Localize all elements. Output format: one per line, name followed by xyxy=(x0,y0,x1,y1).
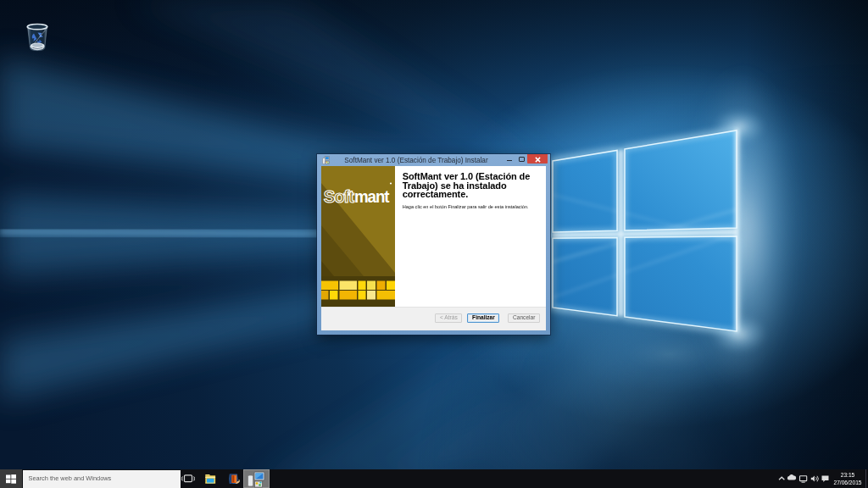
svg-text:Soft: Soft xyxy=(323,186,353,206)
svg-text:27/06/2015: 27/06/2015 xyxy=(833,480,861,485)
svg-text:mant: mant xyxy=(354,186,390,206)
svg-text:23:15: 23:15 xyxy=(841,472,855,478)
